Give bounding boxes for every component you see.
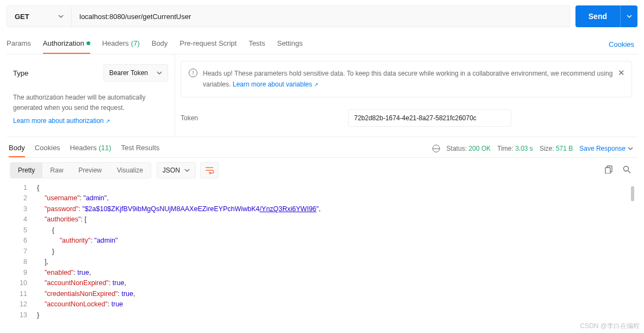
tab-params[interactable]: Params	[7, 35, 31, 54]
format-select[interactable]: JSON	[157, 162, 196, 178]
chevron-down-icon	[628, 146, 633, 151]
code-line: 9 "enabled": true,	[7, 268, 637, 279]
watermark: CSDN @李白在编程	[580, 322, 640, 326]
tab-authorization[interactable]: Authorization	[43, 35, 90, 54]
token-input[interactable]	[348, 109, 511, 127]
info-icon: !	[189, 69, 197, 77]
tab-headers[interactable]: Headers (7)	[102, 35, 140, 54]
resp-tab-body[interactable]: Body	[9, 140, 25, 157]
size-value: 571 B	[556, 145, 573, 152]
view-visualize[interactable]: Visualize	[109, 163, 151, 178]
status-value: 200 OK	[469, 145, 491, 152]
auth-description: The authorization header will be automat…	[13, 92, 168, 113]
code-line: 3 "password": "$2a$10$ZKjfBV9ibMgQsNUjM8…	[7, 204, 637, 215]
resp-tab-headers[interactable]: Headers (11)	[70, 140, 112, 157]
auth-type-label: Type	[13, 69, 28, 77]
chevron-down-icon	[184, 168, 190, 173]
resp-tab-cookies[interactable]: Cookies	[35, 140, 60, 157]
auth-type-select[interactable]: Bearer Token	[103, 64, 168, 82]
url-input[interactable]: localhost:8080/user/getCurrentUser	[72, 5, 570, 27]
code-line: 1{	[7, 183, 637, 194]
code-line: 7 }	[7, 246, 637, 257]
code-line: 12 "accountNonLocked": true	[7, 299, 637, 310]
resp-tab-test-results[interactable]: Test Results	[121, 140, 160, 157]
search-icon[interactable]	[623, 165, 631, 175]
view-preview[interactable]: Preview	[71, 163, 109, 178]
view-raw[interactable]: Raw	[42, 163, 71, 178]
scrollbar-thumb[interactable]	[631, 186, 634, 201]
close-icon[interactable]: ✕	[618, 68, 625, 78]
url-value: localhost:8080/user/getCurrentUser	[79, 13, 191, 21]
chevron-down-icon	[58, 14, 64, 19]
active-dot-icon	[86, 41, 90, 45]
send-dropdown-button[interactable]	[620, 5, 637, 27]
code-line: 13}	[7, 310, 637, 321]
code-line: 8 ],	[7, 257, 637, 268]
code-line: 2 "username": "admin",	[7, 193, 637, 204]
globe-icon[interactable]	[432, 145, 440, 152]
method-value: GET	[15, 13, 29, 21]
send-button[interactable]: Send	[575, 5, 620, 27]
response-body[interactable]: 1{2 "username": "admin",3 "password": "$…	[7, 183, 637, 326]
method-select[interactable]: GET	[7, 5, 72, 27]
learn-variables-link[interactable]: Learn more about variables	[233, 81, 318, 88]
tab-prerequest-script[interactable]: Pre-request Script	[179, 35, 237, 54]
code-line: 5 {	[7, 225, 637, 236]
token-label: Token	[181, 114, 348, 122]
save-response-button[interactable]: Save Response	[579, 145, 633, 152]
chevron-down-icon	[627, 14, 632, 19]
svg-point-2	[624, 166, 629, 171]
view-pretty[interactable]: Pretty	[10, 163, 42, 178]
code-line: 4 "authorities": [	[7, 214, 637, 225]
tab-body[interactable]: Body	[152, 35, 168, 54]
cookies-link[interactable]: Cookies	[609, 40, 637, 48]
tab-tests[interactable]: Tests	[249, 35, 265, 54]
copy-icon[interactable]	[605, 165, 613, 175]
code-line: 11 "credentialsNonExpired": true,	[7, 289, 637, 300]
code-line: 6 "authority": "admin"	[7, 236, 637, 246]
chevron-down-icon	[157, 70, 162, 76]
wrap-lines-button[interactable]	[200, 162, 219, 178]
tab-settings[interactable]: Settings	[277, 35, 302, 54]
code-line: 10 "accountNonExpired": true,	[7, 278, 637, 289]
learn-auth-link[interactable]: Learn more about authorization	[13, 117, 110, 125]
wrap-icon	[205, 166, 214, 174]
time-value: 3.03 s	[515, 145, 533, 152]
info-banner: ! Heads up! These parameters hold sensit…	[181, 61, 632, 97]
svg-rect-1	[605, 168, 610, 174]
